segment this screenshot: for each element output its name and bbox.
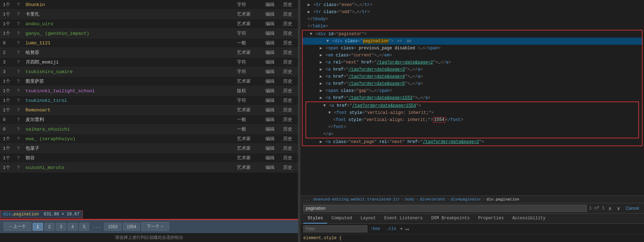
row-history[interactable]: 历史 bbox=[280, 86, 298, 96]
breadcrumb-item-body[interactable]: body bbox=[405, 197, 415, 202]
row-history[interactable]: 历史 bbox=[280, 48, 298, 57]
search-up-btn[interactable]: ∧ bbox=[607, 205, 613, 211]
row-edit[interactable]: 编辑 bbox=[263, 144, 280, 153]
tree-line[interactable]: ▶ <a class="next_page" rel="next" href="… bbox=[303, 138, 642, 145]
row-edit[interactable]: 编辑 bbox=[263, 29, 280, 38]
page-1553-btn[interactable]: 1553 bbox=[104, 223, 121, 231]
row-history[interactable]: 历史 bbox=[280, 96, 298, 105]
search-input[interactable] bbox=[303, 205, 587, 212]
row-name[interactable]: 图里萨苏 bbox=[23, 77, 234, 86]
tab-styles[interactable]: Styles bbox=[303, 214, 327, 224]
row-edit[interactable]: 编辑 bbox=[263, 153, 280, 163]
row-name[interactable]: 月四郎_momiji bbox=[23, 57, 234, 67]
row-history[interactable]: 历史 bbox=[280, 29, 298, 38]
tree-line[interactable]: ▼ <a href="/tag?order=date&page=1554"> bbox=[306, 102, 638, 109]
tab-layout[interactable]: Layout bbox=[356, 214, 380, 224]
filter-cls-btn[interactable]: .cls bbox=[386, 226, 396, 231]
search-cancel-btn[interactable]: Cancel bbox=[624, 205, 641, 211]
row-history[interactable]: 历史 bbox=[280, 144, 298, 153]
row-name[interactable]: Shunkin bbox=[23, 0, 234, 10]
row-edit[interactable]: 编辑 bbox=[263, 125, 280, 134]
row-edit[interactable]: 编辑 bbox=[263, 10, 280, 19]
tree-line[interactable]: ▶ <em class="current">…</em> bbox=[303, 52, 642, 59]
page-4-btn[interactable]: 4 bbox=[67, 223, 78, 231]
row-history[interactable]: 历史 bbox=[280, 163, 298, 172]
page-5-btn[interactable]: 5 bbox=[79, 223, 90, 231]
row-edit[interactable]: 编辑 bbox=[263, 57, 280, 67]
row-history[interactable]: 历史 bbox=[280, 105, 298, 115]
row-name[interactable]: 卡里扎 bbox=[23, 10, 234, 19]
page-1554-btn[interactable]: 1554 bbox=[123, 223, 140, 231]
row-history[interactable]: 历史 bbox=[280, 57, 298, 67]
breadcrumb-item-pagination[interactable]: div.pagination bbox=[486, 197, 519, 202]
breadcrumb-item-paginator[interactable]: div#paginator bbox=[451, 197, 481, 202]
tree-line[interactable]: </table> bbox=[301, 23, 644, 30]
page-1-btn[interactable]: 1 bbox=[33, 223, 43, 231]
row-edit[interactable]: 编辑 bbox=[263, 86, 280, 96]
row-edit[interactable]: 编辑 bbox=[263, 67, 280, 77]
row-history[interactable]: 历史 bbox=[280, 19, 298, 29]
row-edit[interactable]: 编辑 bbox=[263, 115, 280, 125]
tree-line[interactable]: ▶ <tr class="odd">…</tr> bbox=[301, 9, 644, 16]
filter-expand-btn[interactable]: ⟷ bbox=[406, 226, 408, 232]
row-name[interactable]: saihara_shuuichi bbox=[23, 125, 234, 134]
row-name[interactable]: suzushi_moruto bbox=[23, 163, 234, 172]
row-history[interactable]: 历史 bbox=[280, 153, 298, 163]
tree-line[interactable]: ... ▼ <div class="pagination"> == $0 bbox=[303, 38, 642, 45]
row-history[interactable]: 历史 bbox=[280, 77, 298, 86]
prev-page-btn[interactable]: ←上一个 bbox=[4, 222, 31, 231]
filter-input[interactable] bbox=[303, 225, 367, 232]
row-name[interactable]: ganyu_ (genshin_impact) bbox=[23, 29, 234, 38]
tree-line[interactable]: ▼ <font style="vertical-align: inherit;"… bbox=[306, 109, 638, 116]
tab-properties[interactable]: Properties bbox=[474, 214, 508, 224]
filter-pseudo-btn[interactable]: :hov bbox=[370, 226, 380, 231]
tree-line[interactable]: ▶ <a href="/tag?order=date&page=3">…</a> bbox=[303, 66, 642, 73]
row-edit[interactable]: 编辑 bbox=[263, 163, 280, 172]
tree-line[interactable]: </tbody> bbox=[301, 16, 644, 23]
row-history[interactable]: 历史 bbox=[280, 10, 298, 19]
tab-dom-breakpoints[interactable]: DOM Breakpoints bbox=[427, 214, 474, 224]
tree-line[interactable]: </a> bbox=[306, 131, 638, 138]
tree-line[interactable]: ▶ <span class= previous_page disabled >…… bbox=[303, 45, 642, 52]
row-name[interactable]: 哈努苏 bbox=[23, 48, 234, 57]
tab-computed[interactable]: Computed bbox=[327, 214, 356, 224]
next-page-btn[interactable]: 下一个→ bbox=[141, 222, 169, 231]
row-name[interactable]: Remonoart bbox=[23, 105, 234, 115]
tree-line[interactable]: ▶ <tr class="even">…</tr> bbox=[301, 1, 644, 9]
tree-line[interactable]: ▶ <a href="/tag?order=date&page=5">…</a> bbox=[303, 80, 642, 87]
breadcrumb-item-content[interactable]: div#content bbox=[420, 197, 446, 202]
tree-line[interactable]: ▶ <a href="/tag?order=date&page=4">…</a> bbox=[303, 73, 642, 80]
row-edit[interactable]: 编辑 bbox=[263, 0, 280, 10]
row-name[interactable]: tsukinoki_tirol bbox=[23, 96, 234, 105]
page-3-btn[interactable]: 3 bbox=[56, 223, 66, 231]
row-history[interactable]: 历史 bbox=[280, 0, 298, 10]
row-edit[interactable]: 编辑 bbox=[263, 96, 280, 105]
row-edit[interactable]: 编辑 bbox=[263, 48, 280, 57]
row-edit[interactable]: 编辑 bbox=[263, 77, 280, 86]
row-edit[interactable]: 编辑 bbox=[263, 105, 280, 115]
row-history[interactable]: 历史 bbox=[280, 38, 298, 48]
row-name[interactable]: 朝谷 bbox=[23, 153, 234, 163]
row-edit[interactable]: 编辑 bbox=[263, 134, 280, 144]
filter-add-btn[interactable]: + bbox=[400, 226, 403, 232]
tree-line[interactable]: ▶ <a rel="next" href="/tag?order=date&pa… bbox=[303, 59, 642, 66]
row-history[interactable]: 历史 bbox=[280, 125, 298, 134]
tab-accessibility[interactable]: Accessibility bbox=[508, 214, 550, 224]
row-edit[interactable]: 编辑 bbox=[263, 38, 280, 48]
row-name[interactable]: 包菜子 bbox=[23, 144, 234, 153]
row-history[interactable]: 历史 bbox=[280, 67, 298, 77]
row-name[interactable]: tsukishiro_sumire bbox=[23, 67, 234, 77]
search-down-btn[interactable]: ∨ bbox=[615, 205, 622, 211]
row-name[interactable]: tsukinoki_twilight_school bbox=[23, 86, 234, 96]
pagination-bar[interactable]: ←上一个 1 2 3 4 5 ... 1553 1554 下一个→ bbox=[0, 220, 298, 233]
tab-event-listeners[interactable]: Event Listeners bbox=[380, 214, 427, 224]
row-history[interactable]: 历史 bbox=[280, 115, 298, 125]
row-name[interactable]: lumo_1121 bbox=[23, 38, 234, 48]
tree-line[interactable]: </font> bbox=[306, 123, 638, 131]
tree-line[interactable]: ▼ <div id="paginator"> bbox=[303, 31, 642, 38]
tree-line[interactable]: <font style="vertical-align: inherit;">1… bbox=[306, 116, 638, 123]
tree-line[interactable]: ▶ <a href="/tag?order=date&page=1553">…<… bbox=[303, 94, 642, 101]
row-name[interactable]: ewa_ (seraphhuiyu) bbox=[23, 134, 234, 144]
tree-line[interactable]: ▶ <span class="gap">…</span> bbox=[303, 87, 642, 94]
row-name[interactable]: 皮尔普利 bbox=[23, 115, 234, 125]
